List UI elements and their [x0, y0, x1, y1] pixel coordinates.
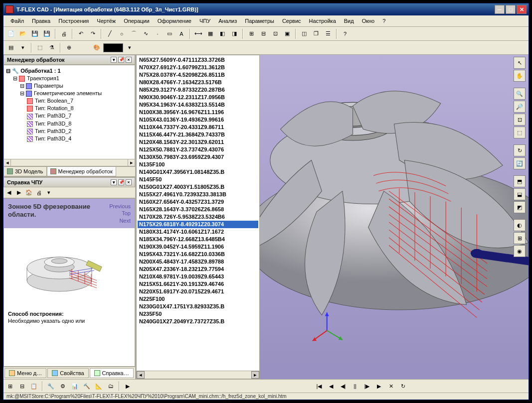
bt-2[interactable]: ⊟	[16, 381, 27, 392]
3d-viewport[interactable]: ↖ ✋ 🔍 🔎 ⊡ ⬚ ↻ 🔄 ⬒ ⬓ ◩ ◐ ⊞ ◉	[260, 55, 529, 379]
tool-b[interactable]: ◨	[229, 28, 240, 39]
manager-close-icon[interactable]: ×	[126, 57, 132, 63]
gcode-line[interactable]: N70X27.6912Y-1.60799Z31.3612B	[138, 64, 258, 71]
minimize-button[interactable]: ─	[495, 5, 505, 14]
bt-5[interactable]: ⚙	[57, 381, 68, 392]
view-tool-4[interactable]: ▣	[282, 28, 293, 39]
view-tool-3[interactable]: ⊡	[270, 28, 281, 39]
arc-tool[interactable]: ⌒	[128, 28, 139, 39]
circle-tool[interactable]: ○	[116, 28, 127, 39]
vp-pan[interactable]: ✋	[514, 70, 526, 82]
gcode-line[interactable]: N135F100	[138, 161, 258, 168]
view-tool-1[interactable]: ⊞	[246, 28, 257, 39]
open-button[interactable]: 📂	[17, 28, 28, 39]
gcode-line[interactable]: N180X31.4174Y-10.6061Z17.1672	[138, 228, 258, 236]
tab-3d-model[interactable]: 3D Модель	[3, 167, 47, 176]
gcode-line[interactable]: N240G01X27.2049Y2.73727Z35.B	[138, 318, 258, 325]
spline-tool[interactable]: ∿	[140, 28, 151, 39]
gcode-line[interactable]: N170X28.726Y-5.9538Z23.5324B6	[138, 213, 258, 221]
gcode-line[interactable]: N115X46.447Y-21.3684Z9.74337B	[138, 131, 258, 138]
vp-zoom-window[interactable]: ⬚	[514, 127, 526, 138]
tree-item[interactable]: ⊟ Параметры	[6, 82, 133, 90]
undo-button[interactable]: ↶	[75, 28, 86, 39]
playback-skip-start[interactable]: |◀	[314, 381, 325, 392]
tree-root[interactable]: ⊟ 🔧 Обработка1 : 1	[6, 67, 133, 75]
help-pin-icon[interactable]: 📌	[118, 179, 124, 185]
tree-item[interactable]: Тип: Path3D_4	[6, 135, 133, 142]
rect-tool[interactable]: ▭	[164, 28, 175, 39]
gcode-line[interactable]: N90X30.9046Y-12.2311Z17.0956B	[138, 94, 258, 101]
menu-Настройка[interactable]: Настройка	[305, 16, 340, 25]
menu-Файл[interactable]: Файл	[6, 16, 28, 25]
vp-zoom-in[interactable]: 🔍	[514, 88, 526, 100]
gcode-line[interactable]: N230G01X47.1751Y3.82933Z35.B	[138, 303, 258, 310]
playback-step-back[interactable]: ◀|	[338, 381, 349, 392]
gcode-line[interactable]: N165X28.1643Y-3.37026Z26.8658	[138, 206, 258, 213]
tree-item[interactable]: Тип: Path3D_2	[6, 128, 133, 135]
vp-render[interactable]: ◉	[514, 245, 526, 257]
bt-7[interactable]: 🔨	[81, 381, 92, 392]
help-link-next[interactable]: Next	[119, 218, 131, 224]
gcode-line[interactable]: N85X29.3127Y-9.87332Z20.287B6	[138, 86, 258, 94]
layer-tool[interactable]: ▤	[5, 42, 16, 53]
pick-tool[interactable]: ⬚	[34, 42, 45, 53]
help-button[interactable]: ?	[340, 28, 351, 39]
menu-Параметры[interactable]: Параметры	[241, 16, 278, 25]
filter-tool[interactable]: ⚗	[46, 42, 57, 53]
scroll-right-icon[interactable]: ▸	[251, 371, 259, 379]
bt-6[interactable]: 📊	[69, 381, 80, 392]
new-button[interactable]: 📄	[5, 28, 16, 39]
help-link-prev[interactable]: Previous	[109, 203, 131, 210]
scroll-left-icon[interactable]: ◂	[137, 371, 145, 379]
bt-sim[interactable]: ▶	[122, 381, 133, 392]
vp-shade[interactable]: ◐	[514, 219, 526, 231]
maximize-button[interactable]: □	[506, 5, 516, 14]
menu-Сервис[interactable]: Сервис	[278, 16, 305, 25]
gcode-line[interactable]: N155X27.4961Y0.72393Z33.3813B	[138, 191, 258, 198]
gcode-line[interactable]: N175X29.6818Y-8.49291Z20.3074	[138, 221, 258, 228]
manager-pin-icon[interactable]: 📌	[118, 57, 124, 63]
menu-?[interactable]: ?	[378, 16, 389, 25]
tree-item[interactable]: Тип: Path3D_7	[6, 112, 133, 120]
bt-8[interactable]: 📐	[93, 381, 104, 392]
gcode-line[interactable]: N140G01X47.3956Y1.08148Z35.B	[138, 168, 258, 176]
playback-stop[interactable]: ✕	[385, 381, 396, 392]
window-tile[interactable]: ◫	[299, 28, 310, 39]
vp-orbit[interactable]: 🔄	[514, 157, 526, 169]
gcode-line[interactable]: N100X38.3956Y-16.9676Z11.1196	[138, 109, 258, 116]
gcode-line[interactable]: N205X47.2336Y-18.2321Z9.77594	[138, 266, 258, 273]
gcode-line[interactable]: N215X51.6621Y-20.1913Z9.46746	[138, 280, 258, 288]
manager-dd-icon[interactable]: ▾	[111, 57, 117, 63]
gcode-line[interactable]: N185X34.796Y-12.668Z13.6485B4	[138, 236, 258, 243]
color-tool[interactable]: 🎨	[91, 42, 102, 53]
layer-dd[interactable]: ▾	[17, 42, 28, 53]
gcode-line[interactable]: N225F100	[138, 295, 258, 303]
help-link-top[interactable]: Top	[122, 210, 131, 216]
menu-Анализ[interactable]: Анализ	[214, 16, 241, 25]
btab-properties[interactable]: Свойства	[47, 368, 88, 378]
hatch-tool[interactable]: ▦	[205, 28, 216, 39]
btab-help[interactable]: Справка…	[90, 368, 134, 378]
menu-Вид[interactable]: Вид	[340, 16, 358, 25]
help-menu[interactable]: ▾	[44, 188, 53, 197]
tree-item[interactable]: Тип: Path3D_8	[6, 120, 133, 128]
vp-zoom-out[interactable]: 🔎	[514, 101, 526, 113]
point-tool[interactable]: ·	[152, 28, 163, 39]
dim-tool[interactable]: ⟷	[193, 28, 204, 39]
tab-machining-manager[interactable]: Менеджер обработок	[47, 167, 116, 176]
menu-Чертёж[interactable]: Чертёж	[93, 16, 120, 25]
window-list[interactable]: ☰	[323, 28, 334, 39]
vp-rotate[interactable]: ↻	[514, 144, 526, 156]
text-tool[interactable]: A	[176, 28, 187, 39]
menu-Правка[interactable]: Правка	[28, 16, 54, 25]
btab-menu[interactable]: Меню д…	[4, 368, 46, 378]
gcode-line[interactable]: N120X48.1563Y-22.3013Z9.62011	[138, 138, 258, 146]
gcode-line[interactable]: N75X28.0378Y-4.52098Z26.8511B	[138, 71, 258, 79]
vp-view-3[interactable]: ◩	[514, 201, 526, 213]
view-tool-2[interactable]: ⊟	[258, 28, 269, 39]
color-dd[interactable]: ▾	[124, 42, 135, 53]
gcode-hscroll[interactable]: ◂ ▸	[137, 371, 259, 379]
bt-3[interactable]: 📋	[28, 381, 39, 392]
gcode-listing[interactable]: N65X27.5609Y-0.47111Z33.3726BN70X27.6912…	[137, 55, 259, 371]
menu-ЧПУ[interactable]: ЧПУ	[195, 16, 214, 25]
